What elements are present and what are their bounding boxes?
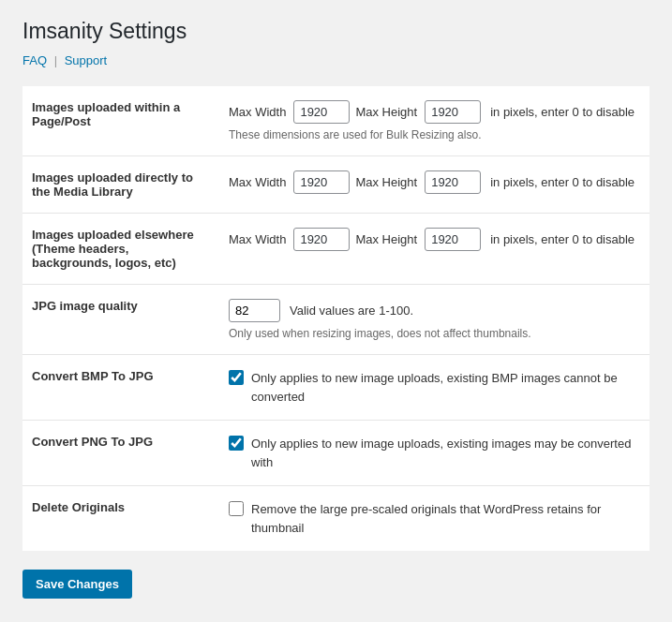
- max-height-input-elsewhere[interactable]: [425, 228, 481, 251]
- max-height-label: Max Height: [355, 232, 417, 246]
- checkbox-text-png-to-jpg: Only applies to new image uploads, exist…: [251, 435, 640, 471]
- settings-row-png-to-jpg: Convert PNG To JPGOnly applies to new im…: [22, 421, 650, 486]
- row-label-png-to-jpg: Convert PNG To JPG: [22, 421, 219, 486]
- settings-row-delete-originals: Delete OriginalsRemove the large pre-sca…: [22, 486, 650, 552]
- faq-link[interactable]: FAQ: [22, 53, 47, 67]
- row-value-jpg-quality: Valid values are 1-100.Only used when re…: [219, 285, 650, 355]
- row-label-bmp-to-jpg: Convert BMP To JPG: [22, 355, 219, 421]
- row-value-page-post: Max WidthMax Heightin pixels, enter 0 to…: [219, 86, 650, 156]
- row-label-jpg-quality: JPG image quality: [22, 285, 219, 355]
- row-value-bmp-to-jpg: Only applies to new image uploads, exist…: [219, 355, 650, 421]
- max-width-label: Max Width: [229, 232, 286, 246]
- checkbox-bmp-to-jpg[interactable]: [229, 370, 244, 385]
- dim-suffix-media-library: in pixels, enter 0 to disable: [490, 175, 635, 189]
- max-width-input-elsewhere[interactable]: [293, 228, 350, 251]
- dim-row-elsewhere: Max WidthMax Heightin pixels, enter 0 to…: [229, 228, 640, 251]
- max-height-label: Max Height: [355, 175, 417, 189]
- max-width-input-page-post[interactable]: [293, 100, 350, 124]
- page-links: FAQ | Support: [22, 53, 650, 67]
- settings-row-bmp-to-jpg: Convert BMP To JPGOnly applies to new im…: [22, 355, 650, 421]
- quality-note: Only used when resizing images, does not…: [229, 327, 640, 340]
- row-value-png-to-jpg: Only applies to new image uploads, exist…: [219, 421, 650, 486]
- save-changes-button[interactable]: Save Changes: [22, 570, 132, 599]
- row-note-page-post: These dimensions are used for Bulk Resiz…: [229, 128, 640, 141]
- row-label-delete-originals: Delete Originals: [22, 486, 219, 552]
- quality-input[interactable]: [229, 299, 280, 322]
- checkbox-text-delete-originals: Remove the large pre-scaled originals th…: [251, 500, 640, 537]
- support-link[interactable]: Support: [65, 53, 108, 67]
- row-label-media-library: Images uploaded directly to the Media Li…: [22, 156, 219, 214]
- max-width-input-media-library[interactable]: [293, 170, 350, 194]
- max-height-input-page-post[interactable]: [425, 100, 481, 124]
- row-label-page-post: Images uploaded within a Page/Post: [22, 86, 219, 156]
- row-value-elsewhere: Max WidthMax Heightin pixels, enter 0 to…: [219, 214, 650, 285]
- checkbox-text-bmp-to-jpg: Only applies to new image uploads, exist…: [251, 369, 640, 406]
- max-height-input-media-library[interactable]: [425, 170, 481, 194]
- settings-row-media-library: Images uploaded directly to the Media Li…: [22, 156, 650, 214]
- checkbox-png-to-jpg[interactable]: [229, 436, 244, 451]
- settings-row-elsewhere: Images uploaded elsewhere (Theme headers…: [22, 214, 650, 285]
- quality-valid-note: Valid values are 1-100.: [290, 304, 413, 318]
- page-title: Imsanity Settings: [22, 19, 650, 44]
- dim-row-page-post: Max WidthMax Heightin pixels, enter 0 to…: [229, 100, 640, 124]
- row-label-elsewhere: Images uploaded elsewhere (Theme headers…: [22, 214, 219, 285]
- checkbox-row-delete-originals: Remove the large pre-scaled originals th…: [229, 500, 640, 537]
- checkbox-delete-originals[interactable]: [229, 501, 244, 516]
- link-separator: |: [54, 53, 57, 67]
- dim-row-media-library: Max WidthMax Heightin pixels, enter 0 to…: [229, 170, 640, 194]
- max-height-label: Max Height: [355, 105, 417, 119]
- checkbox-row-png-to-jpg: Only applies to new image uploads, exist…: [229, 435, 640, 471]
- dim-suffix-elsewhere: in pixels, enter 0 to disable: [490, 232, 635, 246]
- settings-row-jpg-quality: JPG image qualityValid values are 1-100.…: [22, 285, 650, 355]
- max-width-label: Max Width: [229, 175, 286, 189]
- checkbox-row-bmp-to-jpg: Only applies to new image uploads, exist…: [229, 369, 640, 406]
- settings-table: Images uploaded within a Page/PostMax Wi…: [22, 86, 650, 551]
- dim-suffix-page-post: in pixels, enter 0 to disable: [490, 105, 635, 119]
- settings-row-page-post: Images uploaded within a Page/PostMax Wi…: [22, 86, 650, 156]
- quality-row: Valid values are 1-100.: [229, 299, 640, 322]
- row-value-delete-originals: Remove the large pre-scaled originals th…: [219, 486, 650, 552]
- max-width-label: Max Width: [229, 105, 286, 119]
- row-value-media-library: Max WidthMax Heightin pixels, enter 0 to…: [219, 156, 650, 214]
